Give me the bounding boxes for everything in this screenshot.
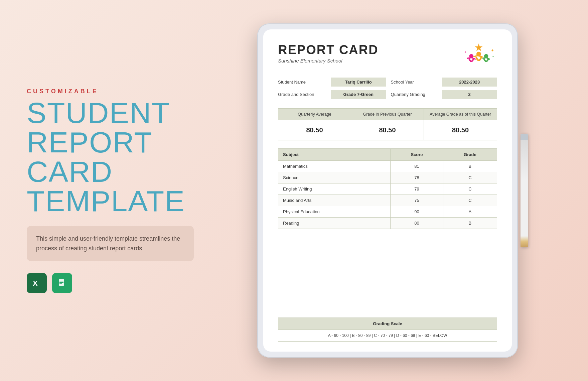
stat-avg-this-quarter-header: Average Grade as of this Quarter <box>424 109 497 120</box>
school-year-label: School Year <box>391 80 437 85</box>
pencil <box>521 134 528 247</box>
subject-name: Science <box>278 172 391 183</box>
student-name-label: Student Name <box>278 80 326 85</box>
subject-score: 80 <box>391 218 443 229</box>
subject-name: Mathematics <box>278 161 391 172</box>
svg-rect-2 <box>59 281 63 281</box>
stats-row: Quarterly Average 80.50 Grade in Previou… <box>278 108 497 140</box>
svg-line-14 <box>486 57 489 59</box>
subject-score: 81 <box>391 161 443 172</box>
col-grade: Grade <box>443 149 497 161</box>
stat-prev-quarter: Grade in Previous Quarter 80.50 <box>351 109 424 140</box>
svg-line-8 <box>472 57 475 59</box>
col-subject: Subject <box>278 149 391 161</box>
table-row: English Writing 79 C <box>278 183 497 195</box>
tablet: REPORT CARD Sunshine Elementary School <box>257 23 518 358</box>
table-row: Reading 80 B <box>278 218 497 229</box>
table-row: Mathematics 81 B <box>278 161 497 172</box>
subject-score: 78 <box>391 172 443 183</box>
subject-grade: C <box>443 195 497 206</box>
svg-text:✦: ✦ <box>492 55 494 58</box>
svg-text:✦: ✦ <box>464 50 467 54</box>
svg-marker-5 <box>475 43 482 51</box>
school-name: Sunshine Elementary School <box>278 58 379 64</box>
tablet-screen: REPORT CARD Sunshine Elementary School <box>263 29 512 352</box>
stat-avg-this-quarter: Average Grade as of this Quarter 80.50 <box>424 109 497 140</box>
svg-line-10 <box>474 55 478 56</box>
table-row: Music and Arts 75 C <box>278 195 497 206</box>
subject-grade: A <box>443 206 497 218</box>
col-score: Score <box>391 149 443 161</box>
subject-grade: C <box>443 172 497 183</box>
stat-quarterly-avg: Quarterly Average 80.50 <box>278 109 351 140</box>
title-line3: CARD <box>27 155 113 188</box>
title-line2: REPORT <box>27 126 153 159</box>
excel-icon: X <box>27 273 47 293</box>
subject-name: Music and Arts <box>278 195 391 206</box>
grade-section-value: Grade 7-Green <box>331 90 386 99</box>
title-line4: TEMPLATE <box>27 184 185 218</box>
grading-scale: Grading Scale A - 90 - 100 | B - 80 - 89… <box>278 318 497 342</box>
logo-area: ✦ ✦ ✦ <box>460 43 497 70</box>
subject-score: 79 <box>391 183 443 195</box>
description-box: This simple and user-friendly template s… <box>27 226 194 261</box>
svg-line-7 <box>467 57 471 58</box>
sheets-icon <box>52 273 72 293</box>
stat-quarterly-avg-value: 80.50 <box>303 120 325 140</box>
quarterly-grading-label: Quarterly Grading <box>391 92 437 97</box>
page-wrapper: CUSTOMIZABLE STUDENT REPORT CARD TEMPLAT… <box>0 0 588 381</box>
table-row: Science 78 C <box>278 172 497 183</box>
quarterly-grading-value: 2 <box>442 90 497 99</box>
report-title-block: REPORT CARD Sunshine Elementary School <box>278 43 379 64</box>
description-text: This simple and user-friendly template s… <box>36 234 184 253</box>
report-title: REPORT CARD <box>278 43 379 57</box>
subject-score: 90 <box>391 206 443 218</box>
subject-name: Physical Education <box>278 206 391 218</box>
subject-score: 75 <box>391 195 443 206</box>
main-title: STUDENT REPORT CARD TEMPLATE <box>27 98 194 216</box>
customizable-label: CUSTOMIZABLE <box>27 88 194 95</box>
grade-section-label: Grade and Section <box>278 92 326 97</box>
svg-text:X: X <box>33 279 38 287</box>
svg-rect-4 <box>59 283 62 284</box>
stat-avg-this-quarter-value: 80.50 <box>449 120 471 140</box>
subject-grade: B <box>443 218 497 229</box>
subject-name: English Writing <box>278 183 391 195</box>
subject-grade: B <box>443 161 497 172</box>
svg-rect-3 <box>59 282 63 283</box>
table-row: Physical Education 90 A <box>278 206 497 218</box>
student-info: Student Name Tariq Carrillo School Year … <box>278 78 497 99</box>
tablet-wrapper: REPORT CARD Sunshine Elementary School <box>207 23 568 358</box>
stat-quarterly-avg-header: Quarterly Average <box>278 109 351 120</box>
subject-grade: C <box>443 183 497 195</box>
title-line1: STUDENT <box>27 96 170 129</box>
stat-prev-quarter-value: 80.50 <box>376 120 398 140</box>
app-icon-row: X <box>27 273 194 293</box>
svg-text:✦: ✦ <box>491 48 494 53</box>
student-name-value: Tariq Carrillo <box>331 78 386 87</box>
grading-scale-header: Grading Scale <box>278 318 497 330</box>
subject-name: Reading <box>278 218 391 229</box>
report-header: REPORT CARD Sunshine Elementary School <box>278 43 497 70</box>
svg-line-11 <box>478 55 482 57</box>
grading-scale-content: A - 90 - 100 | B - 80 - 89 | C - 70 - 79… <box>278 330 497 341</box>
subjects-table: Subject Score Grade Mathematics 81 B Sci… <box>278 148 497 229</box>
school-year-value: 2022-2023 <box>442 78 497 87</box>
stat-prev-quarter-header: Grade in Previous Quarter <box>351 109 424 120</box>
left-panel: CUSTOMIZABLE STUDENT REPORT CARD TEMPLAT… <box>20 81 207 300</box>
